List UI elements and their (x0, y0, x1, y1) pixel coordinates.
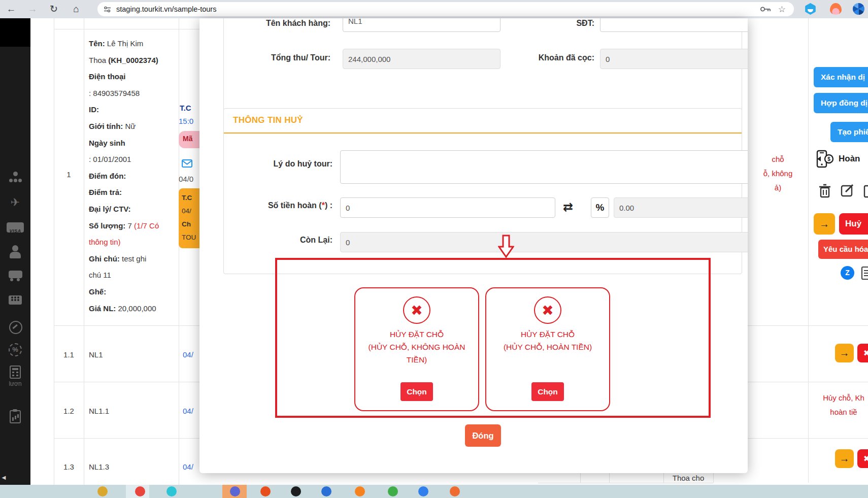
app-sidebar: ✈VISA%lươn ◄ (0, 18, 30, 498)
back-icon[interactable]: ← (4, 2, 18, 16)
sidebar-item-label: lươn (9, 380, 21, 387)
password-key-icon[interactable] (760, 6, 771, 13)
row-index: 1.3 (54, 462, 84, 471)
address-bar[interactable]: staging.tourkit.vn/sample-tours ☆ (97, 2, 794, 16)
edit-icon[interactable] (841, 184, 855, 198)
discount-percent-icon: % (9, 343, 22, 356)
trash-icon[interactable] (818, 184, 831, 198)
option-text: HỦY ĐẶT CHỖ (HỦY CHỖ, KHÔNG HOÀN TIỀN) (355, 328, 478, 366)
taskbar-app-black[interactable] (291, 486, 301, 496)
deposit-label: Khoản đã cọc: (498, 53, 594, 62)
row-cancel-button[interactable]: ✖ (857, 449, 868, 468)
status-column-strip: T.C 15:0 Mã 04/0 T.C 04/ Ch TOU (179, 18, 199, 473)
sidebar-item-driver[interactable] (0, 245, 30, 258)
cancel-reason-textarea[interactable] (340, 150, 748, 184)
home-icon[interactable]: ⌂ (69, 2, 83, 16)
email-icon[interactable] (182, 159, 192, 168)
forward-action-button[interactable]: → (814, 213, 835, 235)
tour-badge-line: Ch (182, 218, 199, 231)
sidebar-item-discount-percent[interactable]: % (0, 343, 30, 356)
taskbar-app-green[interactable] (388, 486, 398, 496)
svg-text:$: $ (827, 156, 830, 162)
salary-calculator-icon (10, 366, 21, 379)
profile-avatar-icon[interactable] (853, 3, 864, 15)
sidebar-item-report-clipboard[interactable] (0, 410, 30, 423)
refund-phone-icon[interactable]: $ (815, 149, 834, 169)
sidebar-item-visa-card[interactable]: VISA (0, 221, 30, 233)
sidebar-item-bus[interactable] (0, 269, 30, 282)
taskbar-app-red[interactable] (135, 486, 145, 496)
row-index: 1.1 (54, 350, 84, 359)
taskbar-app-blue[interactable] (321, 486, 331, 496)
contract-button[interactable]: Hợp đồng dị (814, 93, 868, 113)
taskbar-app-vermilion[interactable] (450, 486, 460, 496)
refund-amount-input[interactable]: 0 (340, 197, 555, 218)
sidebar-item-org-network[interactable] (0, 171, 30, 184)
browser-toolbar: ← → ↻ ⌂ staging.tourkit.vn/sample-tours … (0, 0, 868, 18)
passenger-date: 04/ (183, 350, 199, 359)
sidebar-item-kpi-gauge[interactable] (0, 320, 30, 334)
passenger-date: 04/ (183, 462, 199, 471)
customer-name-label: Tên khách hàng: (234, 19, 330, 28)
row-forward-button[interactable]: → (835, 449, 854, 468)
passenger-date: 04/ (183, 407, 199, 415)
row-cancel-button[interactable]: ✖ (857, 344, 868, 362)
taskbar-app-redorange[interactable] (260, 486, 271, 496)
sidebar-item-salary-calculator[interactable]: lươn (0, 366, 30, 387)
os-taskbar (0, 485, 868, 498)
choose-refund-button[interactable]: Chọn (531, 382, 564, 401)
grid-line (84, 18, 84, 485)
status-code: T.C (180, 104, 191, 112)
bookmark-star-icon[interactable]: ☆ (778, 4, 786, 15)
site-settings-icon[interactable] (104, 6, 111, 13)
tour-badge-line: T.C (182, 191, 199, 205)
tour-badge-line: 04/ (182, 205, 199, 218)
invoice-request-button[interactable]: Yêu cầu hóa (818, 240, 868, 259)
cancel-no-refund-option[interactable]: ✖ HỦY ĐẶT CHỖ (HỦY CHỖ, KHÔNG HOÀN TIỀN)… (354, 287, 479, 411)
grid-line (748, 382, 868, 382)
forward-icon[interactable]: → (25, 2, 40, 16)
deposit-input[interactable]: 0 (600, 49, 748, 69)
code-badge[interactable]: Mã (179, 131, 199, 148)
choose-no-refund-button[interactable]: Chọn (400, 382, 433, 401)
customer-name-input[interactable]: NL1 (343, 18, 500, 32)
tour-badge[interactable]: T.C 04/ Ch TOU (179, 188, 199, 248)
swap-arrows-icon[interactable]: ⇄ (563, 200, 573, 214)
remaining-label: Còn Lại: (224, 236, 332, 245)
taskbar-app-teal[interactable] (166, 486, 177, 496)
taskbar-app-indigo[interactable] (230, 486, 240, 496)
taskbar-app-gold[interactable] (97, 486, 108, 496)
partial-row-text: Thoa cho (663, 474, 713, 482)
extra-action-icon[interactable] (863, 184, 868, 198)
cancel-info-card: THÔNG TIN HUỶ Lý do huỷ tour: Số tiền ho… (223, 108, 742, 274)
cancel-with-refund-option[interactable]: ✖ HỦY ĐẶT CHỖ (HỦY CHỖ, HOÀN TIỀN) Chọn (485, 287, 610, 411)
confirm-service-button[interactable]: Xác nhận dị (814, 67, 868, 87)
customer-summary-card: Tên khách hàng: NL1 SĐT: Tổng thu/ Tour:… (223, 18, 742, 115)
flame-extension-icon[interactable] (830, 3, 842, 15)
cancel-tour-modal: Tên khách hàng: NL1 SĐT: Tổng thu/ Tour:… (199, 18, 748, 473)
refund-percent-input[interactable]: 0.00 (614, 197, 748, 218)
zalo-icon[interactable]: Z (841, 266, 854, 280)
url-text: staging.tourkit.vn/sample-tours (116, 5, 760, 13)
row-forward-button[interactable]: → (835, 344, 854, 362)
total-revenue-label: Tổng thu/ Tour: (234, 53, 330, 62)
percent-toggle[interactable]: % (591, 197, 609, 218)
sidebar-item-group-chat[interactable] (0, 294, 30, 308)
cancel-button[interactable]: Huỷ (839, 213, 868, 235)
reload-icon[interactable]: ↻ (47, 2, 61, 16)
close-modal-button[interactable]: Đóng (465, 424, 501, 447)
collapse-arrow-icon[interactable]: ◄ (1, 474, 7, 481)
taskbar-app-orange[interactable] (355, 486, 365, 496)
grid-line (609, 473, 610, 483)
x-circle-icon: ✖ (534, 296, 561, 324)
document-icon[interactable] (861, 266, 868, 280)
grid-line (713, 473, 714, 483)
phone-input[interactable] (600, 18, 748, 32)
taskbar-app-lightblue[interactable] (418, 486, 428, 496)
remaining-input[interactable]: 0 (340, 232, 748, 252)
status-date: 04/0 (179, 175, 193, 183)
create-receipt-button[interactable]: Tạo phiếu t (830, 122, 868, 142)
hexagon-extension-icon[interactable] (805, 3, 816, 15)
total-revenue-input[interactable]: 244,000,000 (343, 49, 500, 69)
sidebar-item-airplane[interactable]: ✈ (0, 196, 30, 209)
